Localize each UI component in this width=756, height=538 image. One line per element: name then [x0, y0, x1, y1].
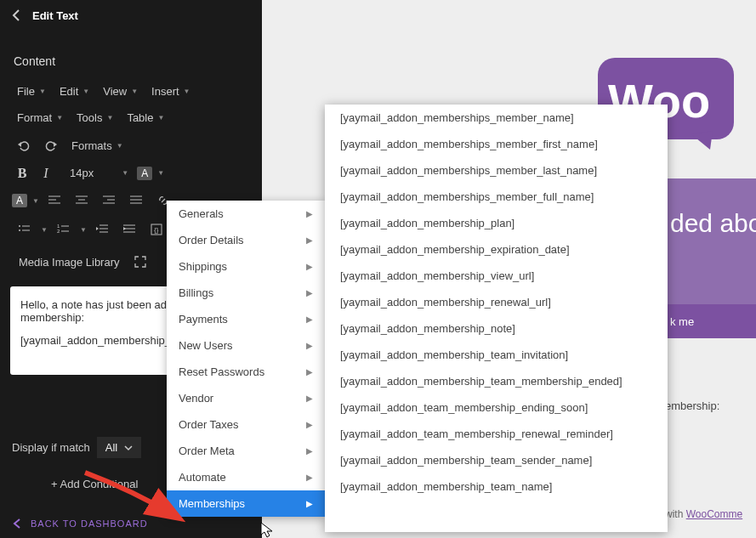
- menu-payments[interactable]: Payments▶: [167, 306, 325, 332]
- display-select[interactable]: All: [97, 437, 141, 458]
- undo-icon[interactable]: [12, 134, 36, 156]
- shortcode-item[interactable]: [yaymail_addon_membership_team_sender_na…: [325, 447, 668, 473]
- woocommerce-link[interactable]: WooComme: [686, 508, 742, 520]
- chevron-down-icon: ▼: [131, 88, 138, 95]
- list-ol-icon[interactable]: 12: [51, 218, 75, 241]
- shortcode-list-scroll[interactable]: [yaymail_addon_memberships_member_name] …: [325, 105, 668, 532]
- chevron-down-icon: ▼: [39, 88, 46, 95]
- menu-insert[interactable]: Insert▼: [146, 82, 195, 101]
- shortcode-item[interactable]: [yaymail_addon_membership_note]: [325, 315, 668, 342]
- shortcode-item[interactable]: [yaymail_addon_membership_team_invitatio…: [325, 342, 668, 368]
- shortcode-item[interactable]: [yaymail_addon_membership_view_url]: [325, 263, 668, 289]
- back-icon[interactable]: [10, 8, 24, 22]
- shortcode-item[interactable]: [yaymail_addon_team_membership_renewal_r…: [325, 421, 668, 447]
- shortcode-item[interactable]: [yaymail_addon_membership_expiration_dat…: [325, 236, 668, 263]
- menu-generals[interactable]: Generals▶: [167, 201, 325, 227]
- menu-edit[interactable]: Edit▼: [54, 82, 94, 101]
- chevron-right-icon: ▶: [306, 341, 313, 350]
- align-center-icon[interactable]: [70, 190, 94, 212]
- back-to-dashboard[interactable]: BACK TO DASHBOARD: [12, 518, 250, 530]
- redo-icon[interactable]: [39, 134, 63, 156]
- chevron-down-icon: ▼: [106, 114, 113, 122]
- content-label: Content: [0, 31, 262, 78]
- menu-table[interactable]: Table▼: [122, 108, 169, 127]
- list-ul-icon[interactable]: [12, 218, 36, 241]
- indent-icon[interactable]: [117, 218, 141, 241]
- add-conditional-button[interactable]: + Add Conditional: [51, 478, 138, 490]
- email-cta-button[interactable]: k me: [665, 304, 756, 338]
- shortcode-item[interactable]: [yaymail_addon_team_membership_ending_so…: [325, 394, 668, 421]
- menu-vendor[interactable]: Vendor▶: [167, 385, 325, 411]
- bold-button[interactable]: B: [12, 166, 32, 181]
- menu-billings[interactable]: Billings▶: [167, 280, 325, 306]
- bg-color-button[interactable]: A: [12, 194, 27, 207]
- menu-ordermeta[interactable]: Order Meta▶: [167, 438, 325, 464]
- chevron-down-icon: [124, 444, 133, 452]
- svg-point-19: [19, 229, 20, 231]
- shortcode-item[interactable]: [yaymail_addon_memberships_member_name]: [325, 105, 668, 131]
- media-library-button[interactable]: Media Image Library: [19, 256, 120, 269]
- chevron-right-icon: ▶: [306, 367, 313, 377]
- shortcode-item[interactable]: [yaymail_addon_membership_renewal_url]: [325, 289, 668, 315]
- shortcode-item[interactable]: [yaymail_addon_membership_plan]: [325, 210, 668, 236]
- align-justify-icon[interactable]: [124, 190, 148, 212]
- menu-memberships[interactable]: Memberships▶: [167, 490, 325, 517]
- svg-point-17: [19, 225, 20, 227]
- chevron-right-icon: ▶: [306, 499, 313, 508]
- menu-orderdetails[interactable]: Order Details▶: [167, 227, 325, 253]
- italic-button[interactable]: I: [36, 166, 56, 181]
- svg-text:{}: {}: [154, 226, 159, 234]
- shortcode-item[interactable]: [yaymail_addon_memberships_member_first_…: [325, 131, 668, 157]
- chevron-down-icon: ▼: [56, 114, 63, 122]
- chevron-right-icon: ▶: [306, 314, 313, 324]
- svg-marker-4: [54, 142, 57, 147]
- chevron-right-icon: ▶: [306, 262, 313, 271]
- back-arrow-icon: [12, 518, 24, 530]
- chevron-down-icon: ▼: [80, 226, 87, 234]
- chevron-right-icon: ▶: [306, 235, 313, 245]
- chevron-down-icon: ▼: [157, 114, 164, 122]
- menu-file[interactable]: File▼: [12, 82, 51, 101]
- menu-ordertaxes[interactable]: Order Taxes▶: [167, 411, 325, 438]
- menu-format[interactable]: Format▼: [12, 108, 68, 127]
- menu-view[interactable]: View▼: [98, 82, 143, 101]
- shortcode-item[interactable]: [yaymail_addon_memberships_member_full_n…: [325, 184, 668, 210]
- svg-marker-3: [18, 142, 21, 147]
- svg-marker-28: [96, 227, 99, 230]
- align-left-icon[interactable]: [43, 190, 66, 212]
- menu-resetpw[interactable]: Reset Passwords▶: [167, 359, 325, 385]
- shortcode-list-menu: [yaymail_addon_memberships_member_name] …: [325, 105, 668, 532]
- chevron-down-icon: ▼: [82, 88, 89, 95]
- text-color-button[interactable]: A: [137, 167, 152, 180]
- menu-newusers[interactable]: New Users▶: [167, 332, 325, 359]
- shortcode-category-menu: Generals▶ Order Details▶ Shippings▶ Bill…: [167, 201, 325, 517]
- fontsize-dropdown[interactable]: 14px▼: [65, 163, 134, 183]
- menu-tools[interactable]: Tools▼: [71, 108, 118, 127]
- align-right-icon[interactable]: [97, 190, 121, 212]
- chevron-right-icon: ▶: [306, 473, 313, 482]
- svg-text:2: 2: [57, 229, 60, 234]
- editor-header: Edit Text: [0, 0, 262, 31]
- chevron-down-icon: ▼: [32, 197, 39, 205]
- svg-marker-32: [123, 227, 126, 230]
- display-label: Display if match: [12, 441, 90, 454]
- outdent-icon[interactable]: [90, 218, 114, 241]
- chevron-right-icon: ▶: [306, 288, 313, 297]
- shortcode-item[interactable]: [yaymail_addon_membership_team_membershi…: [325, 368, 668, 394]
- chevron-down-icon: ▼: [122, 169, 128, 177]
- shortcode-item[interactable]: [yaymail_addon_memberships_member_last_n…: [325, 157, 668, 184]
- fullscreen-icon[interactable]: [128, 251, 152, 273]
- shortcodes-icon[interactable]: {}: [145, 218, 168, 241]
- email-header-text: ded abo: [670, 209, 756, 237]
- chevron-down-icon: ▼: [157, 169, 164, 177]
- shortcode-item[interactable]: [yaymail_addon_membership_team_name]: [325, 473, 668, 500]
- menu-automate[interactable]: Automate▶: [167, 464, 325, 490]
- menu-shippings[interactable]: Shippings▶: [167, 253, 325, 280]
- formats-dropdown[interactable]: Formats▼: [66, 136, 128, 156]
- chevron-down-icon: ▼: [117, 142, 123, 150]
- page-title: Edit Text: [32, 9, 78, 22]
- chevron-down-icon: ▼: [41, 226, 48, 234]
- built-with-text: with WooComme: [665, 508, 742, 520]
- display-condition: Display if match All: [12, 437, 141, 458]
- chevron-right-icon: ▶: [306, 446, 313, 456]
